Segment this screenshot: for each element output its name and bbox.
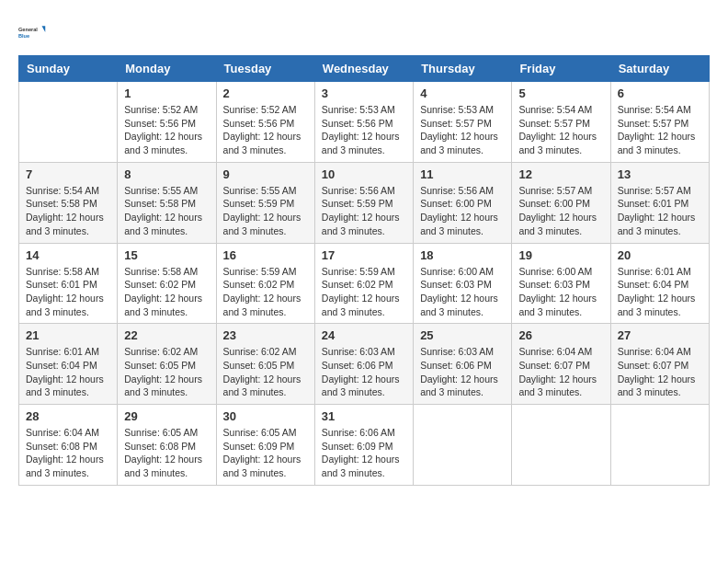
calendar-cell: 11Sunrise: 5:56 AMSunset: 6:00 PMDayligh… (414, 162, 512, 243)
day-number: 25 (420, 328, 505, 342)
calendar-cell: 4Sunrise: 5:53 AMSunset: 5:57 PMDaylight… (414, 82, 512, 163)
calendar-cell: 6Sunrise: 5:54 AMSunset: 5:57 PMDaylight… (610, 82, 709, 163)
day-info: Sunrise: 6:03 AMSunset: 6:06 PMDaylight:… (420, 345, 505, 399)
day-number: 6 (618, 86, 702, 100)
day-info: Sunrise: 6:05 AMSunset: 6:09 PMDaylight:… (223, 426, 308, 480)
calendar-cell: 25Sunrise: 6:03 AMSunset: 6:06 PMDayligh… (414, 324, 512, 405)
day-info: Sunrise: 6:05 AMSunset: 6:08 PMDaylight:… (124, 426, 209, 480)
calendar-week-row: 1Sunrise: 5:52 AMSunset: 5:56 PMDaylight… (19, 82, 710, 163)
day-number: 15 (124, 248, 209, 262)
day-number: 22 (124, 328, 209, 342)
calendar-cell: 3Sunrise: 5:53 AMSunset: 5:56 PMDaylight… (314, 82, 413, 163)
day-info: Sunrise: 5:54 AMSunset: 5:57 PMDaylight:… (618, 103, 702, 157)
day-info: Sunrise: 6:00 AMSunset: 6:03 PMDaylight:… (420, 265, 505, 319)
day-info: Sunrise: 5:53 AMSunset: 5:57 PMDaylight:… (420, 103, 505, 157)
logo: GeneralBlue (18, 18, 46, 46)
weekday-header-saturday: Saturday (610, 56, 709, 82)
day-info: Sunrise: 6:02 AMSunset: 6:05 PMDaylight:… (223, 345, 308, 399)
weekday-header-monday: Monday (118, 56, 216, 82)
calendar-cell (610, 405, 709, 486)
day-info: Sunrise: 5:54 AMSunset: 5:57 PMDaylight:… (518, 103, 603, 157)
day-number: 4 (420, 86, 505, 100)
calendar-week-row: 14Sunrise: 5:58 AMSunset: 6:01 PMDayligh… (19, 243, 710, 324)
day-info: Sunrise: 5:58 AMSunset: 6:02 PMDaylight:… (124, 265, 209, 319)
day-number: 12 (518, 167, 603, 181)
calendar-cell: 24Sunrise: 6:03 AMSunset: 6:06 PMDayligh… (314, 324, 413, 405)
day-number: 5 (518, 86, 603, 100)
calendar-cell: 10Sunrise: 5:56 AMSunset: 5:59 PMDayligh… (314, 162, 413, 243)
calendar-cell (414, 405, 512, 486)
calendar-cell: 8Sunrise: 5:55 AMSunset: 5:58 PMDaylight… (118, 162, 216, 243)
day-number: 8 (124, 167, 209, 181)
weekday-header-row: SundayMondayTuesdayWednesdayThursdayFrid… (19, 56, 710, 82)
day-number: 23 (223, 328, 308, 342)
svg-text:Blue: Blue (18, 33, 29, 39)
day-info: Sunrise: 5:52 AMSunset: 5:56 PMDaylight:… (223, 103, 308, 157)
calendar-cell (512, 405, 610, 486)
day-number: 31 (322, 409, 406, 423)
day-number: 14 (26, 248, 110, 262)
day-number: 24 (322, 328, 406, 342)
calendar-cell: 28Sunrise: 6:04 AMSunset: 6:08 PMDayligh… (19, 405, 118, 486)
day-number: 10 (322, 167, 406, 181)
calendar-week-row: 7Sunrise: 5:54 AMSunset: 5:58 PMDaylight… (19, 162, 710, 243)
day-number: 2 (223, 86, 308, 100)
day-info: Sunrise: 6:01 AMSunset: 6:04 PMDaylight:… (26, 345, 110, 399)
day-number: 17 (322, 248, 406, 262)
day-number: 13 (618, 167, 702, 181)
day-info: Sunrise: 5:55 AMSunset: 5:59 PMDaylight:… (223, 184, 308, 238)
calendar-week-row: 21Sunrise: 6:01 AMSunset: 6:04 PMDayligh… (19, 324, 710, 405)
day-number: 1 (124, 86, 209, 100)
day-number: 26 (518, 328, 603, 342)
day-info: Sunrise: 6:04 AMSunset: 6:07 PMDaylight:… (518, 345, 603, 399)
day-number: 3 (322, 86, 406, 100)
day-info: Sunrise: 5:56 AMSunset: 5:59 PMDaylight:… (322, 184, 406, 238)
calendar-table: SundayMondayTuesdayWednesdayThursdayFrid… (18, 55, 710, 486)
day-info: Sunrise: 5:57 AMSunset: 6:00 PMDaylight:… (518, 184, 603, 238)
calendar-cell: 20Sunrise: 6:01 AMSunset: 6:04 PMDayligh… (610, 243, 709, 324)
day-number: 19 (518, 248, 603, 262)
day-info: Sunrise: 5:55 AMSunset: 5:58 PMDaylight:… (124, 184, 209, 238)
day-number: 29 (124, 409, 209, 423)
day-info: Sunrise: 5:58 AMSunset: 6:01 PMDaylight:… (26, 265, 110, 319)
calendar-cell: 30Sunrise: 6:05 AMSunset: 6:09 PMDayligh… (216, 405, 314, 486)
calendar-cell (19, 82, 118, 163)
day-number: 27 (618, 328, 702, 342)
day-number: 21 (26, 328, 110, 342)
weekday-header-tuesday: Tuesday (216, 56, 314, 82)
calendar-cell: 29Sunrise: 6:05 AMSunset: 6:08 PMDayligh… (118, 405, 216, 486)
day-info: Sunrise: 6:01 AMSunset: 6:04 PMDaylight:… (618, 265, 702, 319)
calendar-cell: 14Sunrise: 5:58 AMSunset: 6:01 PMDayligh… (19, 243, 118, 324)
calendar-cell: 22Sunrise: 6:02 AMSunset: 6:05 PMDayligh… (118, 324, 216, 405)
day-info: Sunrise: 5:57 AMSunset: 6:01 PMDaylight:… (618, 184, 702, 238)
calendar-cell: 7Sunrise: 5:54 AMSunset: 5:58 PMDaylight… (19, 162, 118, 243)
day-info: Sunrise: 6:00 AMSunset: 6:03 PMDaylight:… (518, 265, 603, 319)
calendar-cell: 31Sunrise: 6:06 AMSunset: 6:09 PMDayligh… (314, 405, 413, 486)
calendar-cell: 23Sunrise: 6:02 AMSunset: 6:05 PMDayligh… (216, 324, 314, 405)
day-info: Sunrise: 5:54 AMSunset: 5:58 PMDaylight:… (26, 184, 110, 238)
day-number: 9 (223, 167, 308, 181)
day-number: 7 (26, 167, 110, 181)
calendar-cell: 27Sunrise: 6:04 AMSunset: 6:07 PMDayligh… (610, 324, 709, 405)
calendar-cell: 15Sunrise: 5:58 AMSunset: 6:02 PMDayligh… (118, 243, 216, 324)
day-number: 30 (223, 409, 308, 423)
day-info: Sunrise: 5:52 AMSunset: 5:56 PMDaylight:… (124, 103, 209, 157)
svg-text:General: General (18, 27, 38, 32)
logo-icon: GeneralBlue (18, 18, 46, 46)
day-info: Sunrise: 5:59 AMSunset: 6:02 PMDaylight:… (223, 265, 308, 319)
day-info: Sunrise: 5:56 AMSunset: 6:00 PMDaylight:… (420, 184, 505, 238)
weekday-header-friday: Friday (512, 56, 610, 82)
day-number: 11 (420, 167, 505, 181)
day-info: Sunrise: 6:03 AMSunset: 6:06 PMDaylight:… (322, 345, 406, 399)
calendar-cell: 12Sunrise: 5:57 AMSunset: 6:00 PMDayligh… (512, 162, 610, 243)
day-info: Sunrise: 6:04 AMSunset: 6:08 PMDaylight:… (26, 426, 110, 480)
calendar-cell: 26Sunrise: 6:04 AMSunset: 6:07 PMDayligh… (512, 324, 610, 405)
calendar-cell: 19Sunrise: 6:00 AMSunset: 6:03 PMDayligh… (512, 243, 610, 324)
day-info: Sunrise: 6:04 AMSunset: 6:07 PMDaylight:… (618, 345, 702, 399)
calendar-week-row: 28Sunrise: 6:04 AMSunset: 6:08 PMDayligh… (19, 405, 710, 486)
weekday-header-thursday: Thursday (414, 56, 512, 82)
day-number: 16 (223, 248, 308, 262)
day-info: Sunrise: 6:06 AMSunset: 6:09 PMDaylight:… (322, 426, 406, 480)
calendar-cell: 21Sunrise: 6:01 AMSunset: 6:04 PMDayligh… (19, 324, 118, 405)
svg-marker-2 (42, 26, 46, 32)
